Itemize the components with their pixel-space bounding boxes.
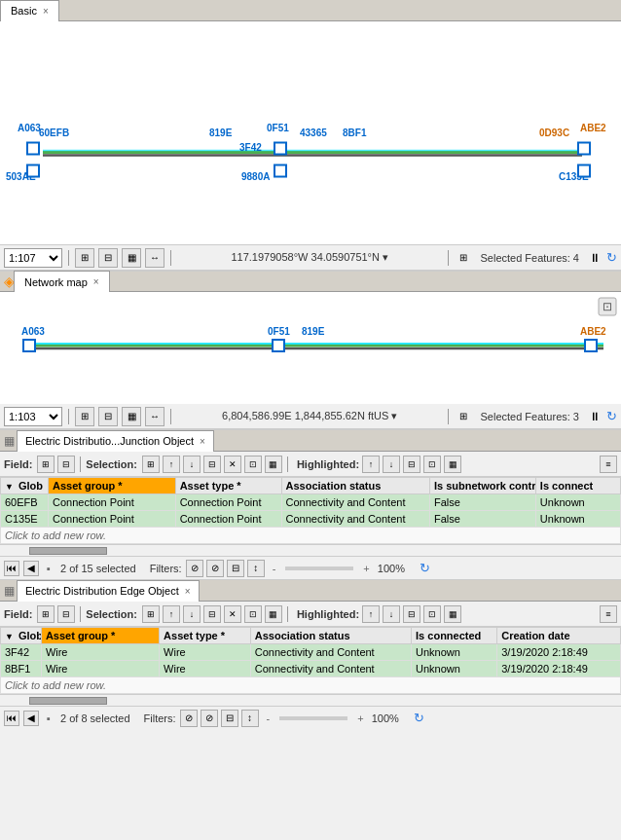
edge-table-scroll[interactable]: ▼ Glob Asset group * Asset type * Associ… <box>0 627 621 694</box>
edge-add-row[interactable]: Click to add new row. <box>1 677 621 694</box>
edge-col-isconnected[interactable]: Is connected <box>412 628 497 644</box>
ntoolbar-btn-layers[interactable]: ⊟ <box>98 407 118 426</box>
edge-prev-btn[interactable]: ◀ <box>23 711 39 726</box>
top-pause-btn[interactable]: ⏸ <box>589 251 601 265</box>
edge-table-close[interactable]: × <box>185 586 191 597</box>
ntoolbar-btn-table[interactable]: ▦ <box>122 407 141 426</box>
toolbar-btn-layers[interactable]: ⊟ <box>98 248 118 268</box>
edge-filter-btn4[interactable]: ↕ <box>241 710 259 727</box>
junction-zoom-slider[interactable] <box>285 566 353 570</box>
edge-scrollbar[interactable] <box>0 694 621 706</box>
junction-filter-btn2[interactable]: ⊘ <box>206 560 224 577</box>
junction-prev-btn[interactable]: ◀ <box>23 561 39 576</box>
top-coords-dropdown[interactable]: ▾ <box>383 251 388 263</box>
junction-first-btn[interactable]: ⏮ <box>4 561 19 576</box>
network-pause-btn[interactable]: ⏸ <box>589 410 601 423</box>
edge-hl-btn3[interactable]: ⊟ <box>403 605 420 623</box>
junction-add-row[interactable]: Click to add new row. <box>1 528 621 544</box>
edge-sel-btn6[interactable]: ⊡ <box>244 605 262 623</box>
edge-filter-btn1[interactable]: ⊘ <box>180 710 198 727</box>
edge-row-2[interactable]: 8BF1 Wire Wire Connectivity and Content … <box>1 661 621 677</box>
edge-table-panel: ▦ Electric Distribution Edge Object × Fi… <box>0 579 621 729</box>
edge-row-1[interactable]: 3F42 Wire Wire Connectivity and Content … <box>1 644 621 661</box>
junction-sel-btn2[interactable]: ↑ <box>163 456 180 473</box>
network-coords-dropdown[interactable]: ▾ <box>391 410 397 421</box>
edge-col-glob[interactable]: ▼ Glob <box>1 628 42 644</box>
junction-table-close[interactable]: × <box>200 436 205 447</box>
junction-filter-btn1[interactable]: ⊘ <box>186 560 203 577</box>
top-zoom-select[interactable]: 1:107 <box>4 248 62 268</box>
toolbar-btn-table[interactable]: ▦ <box>122 248 141 268</box>
junction-menu-btn[interactable]: ≡ <box>600 456 617 473</box>
edge-sel-btn1[interactable]: ⊞ <box>142 605 160 623</box>
edge-col-creationdate[interactable]: Creation date <box>497 628 621 644</box>
edge-first-btn[interactable]: ⏮ <box>4 711 19 726</box>
edge-row2-assocstatus: Connectivity and Content <box>250 661 411 677</box>
network-zoom-select[interactable]: 1:103 <box>4 407 62 426</box>
edge-table-tab[interactable]: Electric Distribution Edge Object × <box>17 580 200 602</box>
junction-col-issubnet[interactable]: Is subnetwork controller <box>429 478 535 494</box>
ntoolbar-btn-grid[interactable]: ⊞ <box>75 407 94 426</box>
junction-scrollbar[interactable] <box>0 544 621 556</box>
edge-col-assetgroup[interactable]: Asset group * <box>41 628 159 644</box>
edge-menu-btn[interactable]: ≡ <box>600 605 617 623</box>
junction-hl-btn2[interactable]: ↓ <box>383 456 400 473</box>
junction-sel-btn3[interactable]: ↓ <box>183 456 201 473</box>
edge-field-btn2[interactable]: ⊟ <box>57 605 75 623</box>
edge-refresh-btn[interactable]: ↻ <box>414 711 424 725</box>
junction-col-glob[interactable]: ▼ Glob <box>1 478 49 494</box>
junction-sel-btn5[interactable]: ✕ <box>224 456 241 473</box>
junction-row-1[interactable]: 60EFB Connection Point Connection Point … <box>1 494 621 511</box>
edge-sel-btn4[interactable]: ⊟ <box>203 605 221 623</box>
basic-tab-close[interactable]: × <box>43 6 49 17</box>
edge-scrollbar-thumb[interactable] <box>29 697 107 705</box>
edge-hl-btn1[interactable]: ↑ <box>362 605 380 623</box>
edge-sel-btn3[interactable]: ↓ <box>183 605 201 623</box>
edge-col-assocstatus[interactable]: Association status <box>250 628 411 644</box>
ntoolbar-btn-nav[interactable]: ↔ <box>145 407 164 426</box>
edge-zoom-slider[interactable] <box>279 716 347 720</box>
junction-field-btn2[interactable]: ⊟ <box>57 456 75 473</box>
junction-refresh-btn[interactable]: ↻ <box>420 561 430 575</box>
network-map-tab[interactable]: Network map × <box>14 271 110 292</box>
junction-col-assettype[interactable]: Asset type * <box>175 478 281 494</box>
edge-hl-btn2[interactable]: ↓ <box>383 605 400 623</box>
junction-col-assocstatus[interactable]: Association status <box>281 478 429 494</box>
network-map-tab-close[interactable]: × <box>93 276 99 287</box>
junction-field-btn1[interactable]: ⊞ <box>37 456 55 473</box>
edge-filter-btn3[interactable]: ⊟ <box>221 710 238 727</box>
edge-add-row-text: Click to add new row. <box>1 677 621 694</box>
edge-sel-btn5[interactable]: ✕ <box>224 605 241 623</box>
junction-row-2[interactable]: C135E Connection Point Connection Point … <box>1 511 621 528</box>
junction-sel-btn1[interactable]: ⊞ <box>142 456 160 473</box>
junction-zoom-pct: 100% <box>378 563 412 574</box>
edge-hl-btn4[interactable]: ⊡ <box>423 605 441 623</box>
toolbar-btn-grid[interactable]: ⊞ <box>75 248 94 268</box>
junction-filter-btn4[interactable]: ↕ <box>247 560 265 577</box>
junction-hl-btn5[interactable]: ▦ <box>444 456 461 473</box>
junction-col-isconnect[interactable]: Is connect <box>535 478 620 494</box>
junction-field-label: Field: <box>4 458 32 470</box>
toolbar-btn-nav[interactable]: ↔ <box>145 248 164 268</box>
junction-table-tab[interactable]: Electric Distributio...Junction Object × <box>17 430 214 452</box>
edge-field-btn1[interactable]: ⊞ <box>37 605 55 623</box>
junction-sel-btn6[interactable]: ⊡ <box>244 456 262 473</box>
junction-filter-btn3[interactable]: ⊟ <box>227 560 244 577</box>
junction-col-assetgroup[interactable]: Asset group * <box>49 478 176 494</box>
junction-scrollbar-thumb[interactable] <box>29 547 107 555</box>
basic-tab[interactable]: Basic × <box>0 0 59 21</box>
junction-sel-btn7[interactable]: ▦ <box>265 456 282 473</box>
junction-hl-btn1[interactable]: ↑ <box>362 456 380 473</box>
junction-hl-btn4[interactable]: ⊡ <box>423 456 441 473</box>
junction-sel-btn4[interactable]: ⊟ <box>203 456 221 473</box>
junction-hl-btn3[interactable]: ⊟ <box>403 456 420 473</box>
top-refresh-btn[interactable]: ↻ <box>606 250 617 265</box>
edge-col-assettype[interactable]: Asset type * <box>160 628 251 644</box>
junction-table-scroll[interactable]: ▼ Glob Asset group * Asset type * Associ… <box>0 477 621 544</box>
edge-row2-assettype: Wire <box>160 661 251 677</box>
edge-sel-btn2[interactable]: ↑ <box>163 605 180 623</box>
edge-sel-btn7[interactable]: ▦ <box>265 605 282 623</box>
edge-hl-btn5[interactable]: ▦ <box>444 605 461 623</box>
network-refresh-btn[interactable]: ↻ <box>606 409 617 423</box>
edge-filter-btn2[interactable]: ⊘ <box>201 710 218 727</box>
